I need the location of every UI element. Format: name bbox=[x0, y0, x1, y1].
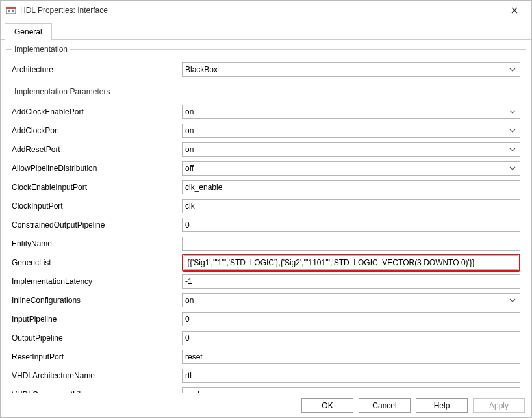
app-icon bbox=[6, 5, 16, 16]
chevron-down-icon bbox=[508, 164, 517, 173]
addclockport-select[interactable]: on bbox=[182, 124, 520, 138]
row-genericlist: GenericList bbox=[12, 254, 520, 271]
addresetport-label: AddResetPort bbox=[12, 145, 182, 154]
inputpipeline-label: InputPipeline bbox=[12, 315, 182, 324]
addclockenableport-select[interactable]: on bbox=[182, 105, 520, 119]
architecture-select[interactable]: BlackBox bbox=[182, 62, 520, 77]
dialog-window: HDL Properties: Interface General Implem… bbox=[0, 0, 532, 418]
row-inlineconfigurations: InlineConfigurations on bbox=[12, 292, 520, 309]
entityname-input[interactable] bbox=[182, 237, 520, 251]
svg-rect-2 bbox=[8, 10, 10, 12]
addresetport-value: on bbox=[185, 144, 194, 155]
row-constrainedoutputpipeline: ConstrainedOutputPipeline bbox=[12, 216, 520, 233]
addclockport-value: on bbox=[185, 125, 194, 137]
ok-button[interactable]: OK bbox=[301, 398, 353, 413]
genericlist-input[interactable] bbox=[184, 255, 518, 270]
svg-rect-3 bbox=[12, 10, 14, 12]
row-addclockport: AddClockPort on bbox=[12, 122, 520, 139]
group-implparams: Implementation Parameters AddClockEnable… bbox=[6, 87, 526, 393]
tab-general[interactable]: General bbox=[5, 23, 52, 40]
row-addresetport: AddResetPort on bbox=[12, 141, 520, 158]
architecture-control: BlackBox bbox=[182, 62, 520, 77]
row-entityname: EntityName bbox=[12, 235, 520, 252]
row-outputpipeline: OutputPipeline bbox=[12, 330, 520, 346]
addclockenableport-value: on bbox=[185, 106, 194, 118]
row-vhdlcomponentlibrary: VHDLComponentLibrary bbox=[12, 386, 520, 393]
addresetport-select[interactable]: on bbox=[182, 142, 520, 157]
genericlist-label: GenericList bbox=[12, 258, 182, 267]
allowpipelinedistribution-select[interactable]: off bbox=[182, 161, 520, 176]
group-implparams-legend: Implementation Parameters bbox=[12, 87, 112, 96]
row-vhdlarchitecturename: VHDLArchitectureName bbox=[12, 367, 520, 384]
row-resetinputport: ResetInputPort bbox=[12, 348, 520, 365]
clockenableinputport-label: ClockEnableInputPort bbox=[12, 183, 182, 192]
chevron-down-icon bbox=[508, 296, 517, 305]
clockenableinputport-input[interactable] bbox=[182, 180, 520, 194]
row-addclockenableport: AddClockEnablePort on bbox=[12, 103, 520, 120]
constrainedoutputpipeline-label: ConstrainedOutputPipeline bbox=[12, 220, 182, 229]
inlineconfigurations-label: InlineConfigurations bbox=[12, 296, 182, 305]
inputpipeline-input[interactable] bbox=[182, 312, 520, 326]
architecture-value: BlackBox bbox=[185, 64, 218, 75]
tabs-row: General bbox=[1, 20, 531, 40]
help-button[interactable]: Help bbox=[416, 398, 468, 413]
row-architecture: Architecture BlackBox bbox=[12, 61, 520, 78]
implementationlatency-label: ImplementationLatency bbox=[12, 277, 182, 286]
addclockenableport-label: AddClockEnablePort bbox=[12, 107, 182, 116]
resetinputport-label: ResetInputPort bbox=[12, 352, 182, 361]
clockinputport-input[interactable] bbox=[182, 199, 520, 213]
window-title: HDL Properties: Interface bbox=[20, 6, 501, 15]
resetinputport-input[interactable] bbox=[182, 350, 520, 364]
cancel-button[interactable]: Cancel bbox=[359, 398, 411, 413]
close-icon[interactable] bbox=[501, 1, 527, 20]
titlebar: HDL Properties: Interface bbox=[1, 1, 531, 20]
group-implementation: Implementation Architecture BlackBox bbox=[6, 45, 526, 83]
row-inputpipeline: InputPipeline bbox=[12, 311, 520, 328]
implementationlatency-input[interactable] bbox=[182, 274, 520, 289]
group-implementation-legend: Implementation bbox=[12, 45, 70, 54]
row-allowpipelinedistribution: AllowPipelineDistribution off bbox=[12, 160, 520, 177]
chevron-down-icon bbox=[508, 65, 517, 74]
button-bar: OK Cancel Help Apply bbox=[1, 393, 531, 417]
chevron-down-icon bbox=[508, 145, 517, 154]
row-clockenableinputport: ClockEnableInputPort bbox=[12, 179, 520, 196]
allowpipelinedistribution-label: AllowPipelineDistribution bbox=[12, 164, 182, 173]
outputpipeline-input[interactable] bbox=[182, 331, 520, 345]
outputpipeline-label: OutputPipeline bbox=[12, 333, 182, 343]
vhdlarchitecturename-input[interactable] bbox=[182, 369, 520, 383]
vhdlarchitecturename-label: VHDLArchitectureName bbox=[12, 371, 182, 380]
clockinputport-label: ClockInputPort bbox=[12, 202, 182, 211]
constrainedoutputpipeline-input[interactable] bbox=[182, 218, 520, 232]
svg-rect-1 bbox=[6, 7, 16, 9]
chevron-down-icon bbox=[508, 126, 517, 135]
row-clockinputport: ClockInputPort bbox=[12, 198, 520, 215]
vhdlcomponentlibrary-input[interactable] bbox=[182, 387, 520, 393]
body-area: Implementation Architecture BlackBox Imp… bbox=[1, 40, 531, 393]
genericlist-highlight bbox=[182, 254, 520, 272]
addclockport-label: AddClockPort bbox=[12, 126, 182, 135]
entityname-label: EntityName bbox=[12, 239, 182, 248]
chevron-down-icon bbox=[508, 107, 517, 116]
inlineconfigurations-value: on bbox=[185, 294, 194, 306]
row-implementationlatency: ImplementationLatency bbox=[12, 273, 520, 290]
apply-button[interactable]: Apply bbox=[473, 398, 525, 413]
architecture-label: Architecture bbox=[12, 65, 182, 74]
allowpipelinedistribution-value: off bbox=[185, 163, 194, 174]
inlineconfigurations-select[interactable]: on bbox=[182, 293, 520, 307]
